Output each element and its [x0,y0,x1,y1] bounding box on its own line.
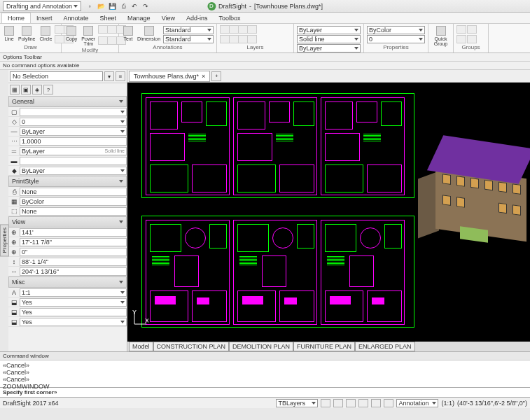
tab-view[interactable]: View [156,13,181,23]
lscale-value[interactable]: 1.0000 [20,137,127,146]
layer-tool-icon[interactable] [238,35,248,43]
undo-icon[interactable]: ↶ [130,2,139,10]
selection-combo[interactable]: No Selection [10,71,103,81]
filter-icon[interactable]: ▾ [104,71,114,81]
layout-tab[interactable]: CONSTRUCTION PLAN [153,342,230,351]
ann-value[interactable]: 1:1 [20,288,127,297]
group-tool-icon[interactable] [467,25,477,34]
modify-tool-icon[interactable] [107,36,117,45]
circle-button[interactable]: Circle [39,25,54,44]
quick-group-button[interactable]: Quick Group [431,25,450,47]
layout-tab[interactable]: FURNITURE PLAN [293,342,355,351]
section-printstyle[interactable]: PrintStyle [8,176,127,187]
ucs2-value[interactable]: Yes [20,308,127,316]
group-tool-icon[interactable] [467,35,477,43]
status-toggle-icon[interactable] [358,399,368,407]
cx-value[interactable]: 141' [20,228,127,237]
layer-tool-icon[interactable] [247,25,257,34]
style-value[interactable]: ByLayer [20,167,127,175]
command-prompt[interactable]: Specify first corner» [0,387,530,397]
prop-combo[interactable]: 0 [367,35,425,43]
new-icon[interactable]: ▫ [85,2,94,10]
status-layers-combo[interactable]: TBLayers [276,399,318,407]
modify-tool-icon[interactable] [98,25,108,34]
section-general[interactable]: General [8,96,127,107]
status-toggle-icon[interactable] [371,399,381,407]
lweight-combo[interactable]: ByLayer [297,44,361,52]
prop-tool-icon[interactable]: ▣ [21,85,31,94]
cz-value[interactable]: 0" [20,248,127,256]
properties-side-tab[interactable]: Properties [0,224,9,256]
command-history[interactable]: «Cancel» «Cancel» «Cancel» ZOOMWINDOW [0,360,530,387]
color-value[interactable] [20,108,127,116]
color-combo[interactable]: ByLayer [297,26,361,34]
list-icon[interactable]: ≡ [116,71,125,81]
add-tab-button[interactable]: + [211,71,221,81]
tab-annotate[interactable]: Annotate [58,13,95,23]
layer-tool-icon[interactable] [229,25,239,34]
tab-toolbox[interactable]: Toolbox [214,13,246,23]
tab-insert[interactable]: Insert [31,13,58,23]
ucs3-value[interactable]: Yes [20,318,127,326]
status-annotation-combo[interactable]: Annotation [396,399,438,407]
dimension-button[interactable]: Dimension [136,25,162,44]
drawing-canvas[interactable]: XY [127,83,530,342]
text-style-combo[interactable]: Standard [163,26,214,34]
workspace-dropdown[interactable]: Drafting and Annotation [3,1,81,11]
save-icon[interactable]: 💾 [108,2,116,10]
layer-tool-icon[interactable] [247,35,257,43]
lweight-value[interactable]: ByLayerSolid line [20,147,127,155]
printstyle-combo[interactable]: ByColor [367,26,425,34]
ltype-value[interactable]: ByLayer [20,127,127,136]
status-toggle-icon[interactable] [346,399,356,407]
line-button[interactable]: Line [3,25,15,44]
linetype-combo[interactable]: Solid line [297,35,361,43]
layer-tool-icon[interactable] [220,25,230,34]
pst-value[interactable]: ByColor [20,197,127,206]
text-button[interactable]: Text [122,25,134,44]
ps-value[interactable]: None [20,188,127,196]
group-tool-icon[interactable] [456,25,466,34]
chevron-down-icon [354,29,358,31]
status-toggle-icon[interactable] [321,399,330,407]
layer-tool-icon[interactable] [220,35,230,43]
layout-tab[interactable]: ENLARGED PLAN [355,342,415,351]
status-toggle-icon[interactable] [333,399,343,407]
copy-button[interactable]: Copy [64,25,78,47]
status-bar: DraftSight 2017 x64 TBLayers Annotation … [0,397,530,408]
thick-value[interactable] [20,157,127,165]
polyline-button[interactable]: Polyline [17,25,37,44]
doc-tab[interactable]: Townhouse Plans.dwg*× [129,71,210,82]
layout-tab[interactable]: DEMOLITION PLAN [229,342,293,351]
tab-sheet[interactable]: Sheet [95,13,123,23]
prop-tool-icon[interactable]: ◈ [32,85,42,94]
layer-tool-icon[interactable] [229,35,239,43]
open-icon[interactable]: 📂 [97,2,105,10]
ucs-value[interactable]: Yes [20,298,127,307]
prop-tool-icon[interactable]: ▦ [10,85,20,94]
layout-tab-model[interactable]: Model [129,342,153,351]
section-view[interactable]: View [8,216,127,227]
h-value[interactable]: 88'-1 1/4" [20,258,127,266]
tab-manage[interactable]: Manage [122,13,156,23]
close-icon[interactable]: × [202,73,205,80]
layer-tool-icon[interactable] [238,25,248,34]
powertrim-button[interactable]: Power Trim [80,25,97,47]
att-value[interactable]: None [20,207,127,216]
prop-tool-icon[interactable]: ? [43,85,53,94]
ucs-icon: XY [131,310,148,328]
modify-tool-icon[interactable] [98,36,108,45]
line-icon [4,26,14,36]
print-icon[interactable]: ⎙ [119,2,127,10]
layer-value[interactable]: 0 [20,118,127,126]
section-misc[interactable]: Misc [8,276,127,288]
tab-home[interactable]: Home [1,13,31,23]
tab-addins[interactable]: Add-ins [181,13,214,23]
dim-style-combo[interactable]: Standard [163,35,214,43]
modify-tool-icon[interactable] [107,25,117,34]
cy-value[interactable]: 17'-11 7/8" [20,238,127,246]
redo-icon[interactable]: ↷ [141,2,150,10]
status-toggle-icon[interactable] [384,399,393,407]
group-tool-icon[interactable] [456,35,466,43]
w-value[interactable]: 204'-1 13/16" [20,267,127,276]
